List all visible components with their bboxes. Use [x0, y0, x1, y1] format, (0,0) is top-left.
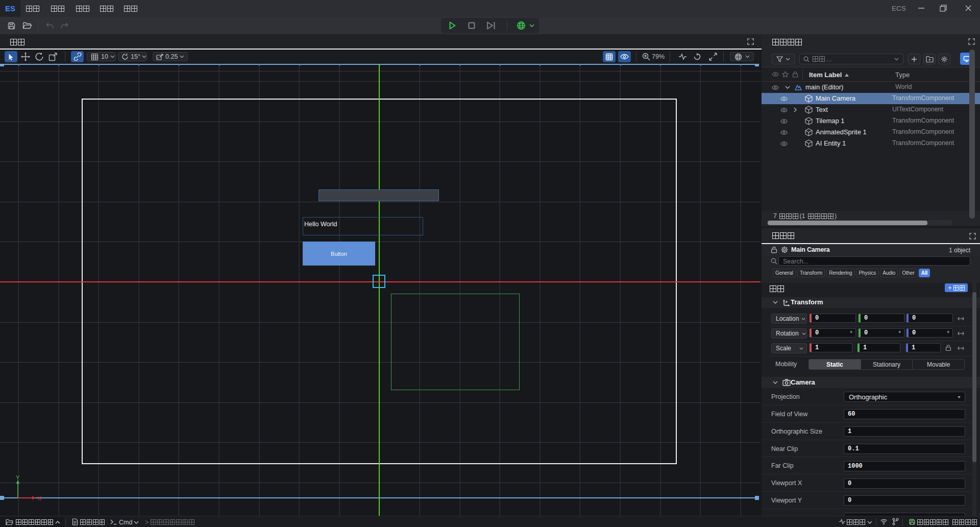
svg-text:Y: Y — [16, 475, 20, 481]
svg-text:X: X — [38, 495, 42, 501]
